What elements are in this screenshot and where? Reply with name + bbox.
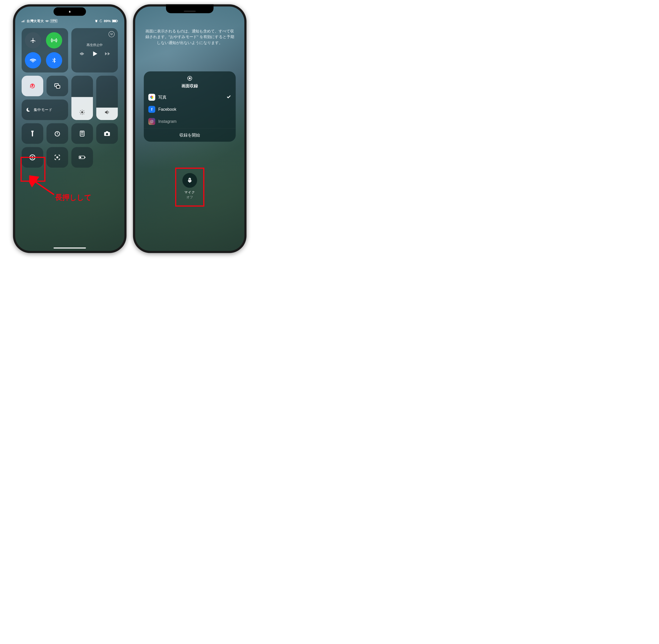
volume-icon [104,109,110,115]
svg-rect-33 [85,157,86,158]
cellular-toggle[interactable] [46,32,62,48]
svg-point-7 [53,40,55,41]
start-recording-button[interactable]: 収録を開始 [144,128,236,142]
svg-rect-10 [56,86,60,88]
status-bar: 台灣大哥大 VPN 89% [15,18,124,23]
svg-line-16 [80,111,81,111]
svg-rect-5 [113,20,116,22]
svg-point-27 [82,134,83,135]
svg-point-43 [150,96,152,98]
airplane-icon [30,37,36,44]
qr-scanner-button[interactable] [47,147,68,168]
annotation-arrow [29,175,57,197]
vpn-badge: VPN [50,19,58,23]
svg-rect-2 [23,20,24,22]
svg-rect-8 [32,85,33,87]
svg-point-25 [83,133,84,134]
svg-rect-22 [81,132,84,132]
svg-point-28 [83,134,84,135]
next-track-button[interactable] [104,50,111,58]
svg-rect-34 [79,157,81,158]
alarm-icon [95,19,98,23]
orientation-status-icon [99,19,103,23]
cellular-icon [51,37,57,44]
screen-record-icon [187,75,192,81]
airplay-icon [110,33,113,36]
volume-slider[interactable] [96,76,118,120]
control-center: 再生停止中 集中モード [22,28,118,238]
brightness-icon [79,109,85,115]
calculator-icon [79,130,86,137]
phone-right: 画面に表示されるものは、通知も含めて、すべて収録されます。"おやすみモード" を… [133,4,246,253]
svg-point-45 [151,121,152,122]
bluetooth-icon [51,57,57,64]
svg-point-37 [189,77,190,79]
lock-icon [69,10,71,13]
connectivity-group[interactable] [22,28,68,72]
app-option-label: Instagram [158,119,176,124]
prev-track-button[interactable] [78,50,85,58]
svg-rect-1 [23,21,23,22]
dynamic-island [53,7,86,16]
svg-point-26 [81,134,81,135]
svg-rect-31 [56,157,58,158]
camera-button[interactable] [96,123,118,144]
play-button[interactable] [91,50,98,58]
qr-code-icon [54,154,61,161]
airplay-button[interactable] [109,31,115,37]
flashlight-icon [29,130,36,137]
svg-line-35 [33,181,54,195]
signal-icon [22,20,25,22]
brightness-slider[interactable] [71,76,93,120]
wifi-toggle[interactable] [25,52,41,69]
svg-line-19 [84,111,84,111]
media-controls[interactable]: 再生停止中 [71,28,118,72]
low-power-button[interactable] [71,147,93,168]
wifi-status-icon [45,20,49,22]
orientation-lock-icon [29,83,36,89]
app-option-label: 写真 [158,94,167,100]
camera-icon [103,130,111,137]
annotation-highlight-mic [175,168,204,207]
timer-button[interactable] [47,123,68,144]
svg-point-24 [82,133,83,134]
svg-point-23 [81,133,81,134]
app-option-instagram[interactable]: Instagram [144,115,236,128]
instagram-app-icon [148,118,155,125]
svg-line-18 [80,114,81,114]
battery-label: 89% [104,19,111,23]
flashlight-button[interactable] [22,123,43,144]
orientation-lock-button[interactable] [22,76,43,96]
screen-recording-panel: 画面収録 写真 f Facebook [144,71,236,142]
svg-rect-6 [117,20,118,22]
battery-icon [112,20,118,22]
screen-mirroring-button[interactable] [47,76,68,96]
screen-mirroring-icon [54,83,61,89]
svg-rect-0 [22,21,22,22]
low-power-icon [79,154,86,161]
facebook-app-icon: f [148,106,155,113]
recording-info-message: 画面に表示されるものは、通知も含めて、すべて収録されます。"おやすみモード" を… [145,28,235,46]
svg-point-46 [152,120,153,121]
wifi-icon [30,57,36,64]
app-option-label: Facebook [158,107,176,112]
check-icon [226,94,231,100]
notch [166,4,214,13]
svg-point-11 [81,111,83,113]
app-option-photos[interactable]: 写真 [144,91,236,103]
calculator-button[interactable] [71,123,93,144]
annotation-text: 長押しして [55,192,91,202]
focus-label: 集中モード [34,107,52,112]
photos-app-icon [148,94,155,101]
airplane-mode-toggle[interactable] [25,32,41,48]
svg-rect-3 [24,20,25,22]
svg-line-17 [84,114,84,114]
moon-icon [25,107,31,112]
focus-mode-button[interactable]: 集中モード [22,99,68,120]
timer-icon [54,130,61,137]
carrier-label: 台灣大哥大 [26,19,44,23]
panel-title: 画面収録 [144,83,236,89]
home-indicator[interactable] [53,248,86,249]
app-option-facebook[interactable]: f Facebook [144,103,236,115]
bluetooth-toggle[interactable] [46,52,62,69]
